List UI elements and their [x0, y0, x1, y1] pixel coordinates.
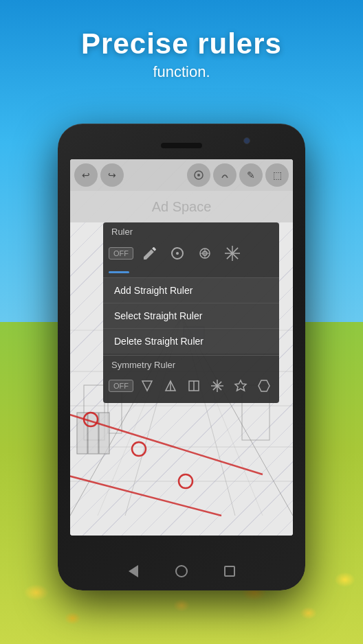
symmetry-section-title: Symmetry Ruler	[103, 355, 279, 373]
symmetry-off-button[interactable]: OFF	[109, 380, 133, 392]
nav-recent-button[interactable]	[223, 564, 236, 578]
symmetry-icons-row: OFF	[103, 373, 279, 403]
sym-icon-4[interactable]	[208, 376, 227, 396]
ad-space: Ad Space	[70, 191, 293, 222]
svg-point-20	[132, 442, 146, 456]
main-title: Precise rulers	[0, 27, 363, 60]
phone-body: ↩ ↪ ✎ ⬚ Ad Space	[58, 124, 305, 590]
nav-home-button[interactable]	[175, 564, 188, 578]
ruler-icon-circle[interactable]	[166, 242, 188, 264]
ruler-dropdown[interactable]: Ruler OFF	[103, 222, 279, 403]
home-icon	[175, 565, 188, 577]
svg-line-18	[70, 474, 221, 516]
svg-point-24	[197, 174, 200, 176]
ruler-off-button[interactable]: OFF	[109, 247, 133, 260]
select-straight-ruler-item[interactable]: Select Straight Ruler	[103, 303, 279, 328]
redo-button[interactable]: ↪	[100, 163, 124, 187]
tool-button-4[interactable]: ⬚	[265, 163, 289, 187]
delete-straight-ruler-item[interactable]: Delete Straight Ruler	[103, 328, 279, 354]
sym-icon-3[interactable]	[184, 376, 204, 396]
top-toolbar: ↩ ↪ ✎ ⬚	[70, 159, 293, 191]
ruler-icons-row: OFF	[103, 240, 279, 270]
phone-bottom-nav	[58, 564, 305, 578]
ruler-active-indicator	[109, 271, 129, 273]
sub-title: function.	[0, 63, 363, 81]
ruler-section-title: Ruler	[103, 222, 279, 240]
phone-wrapper: ↩ ↪ ✎ ⬚ Ad Space	[58, 124, 305, 590]
front-camera	[243, 137, 250, 144]
tool-button-1[interactable]	[187, 163, 210, 187]
sym-icon-5[interactable]	[231, 376, 250, 396]
speaker-grill	[161, 143, 202, 148]
ruler-icon-star[interactable]	[221, 242, 243, 264]
header-area: Precise rulers function.	[0, 27, 363, 81]
nav-back-button[interactable]	[126, 564, 140, 578]
sym-icon-1[interactable]	[138, 376, 157, 396]
sym-icon-2[interactable]	[161, 376, 180, 396]
undo-button[interactable]: ↩	[74, 163, 98, 187]
svg-rect-16	[99, 413, 109, 454]
svg-marker-44	[235, 380, 246, 391]
add-straight-ruler-item[interactable]: Add Straight Ruler	[103, 277, 279, 303]
ruler-icon-circles[interactable]	[194, 242, 216, 264]
svg-marker-45	[258, 380, 270, 391]
recent-icon	[224, 566, 235, 577]
svg-marker-35	[142, 381, 152, 391]
phone-screen: ↩ ↪ ✎ ⬚ Ad Space	[70, 159, 293, 536]
svg-point-26	[176, 252, 179, 255]
back-icon	[129, 565, 138, 577]
tool-button-3[interactable]: ✎	[239, 163, 263, 187]
screen-content: ↩ ↪ ✎ ⬚ Ad Space	[70, 159, 293, 536]
ad-text: Ad Space	[152, 199, 212, 215]
ruler-icon-pencil[interactable]	[139, 242, 161, 264]
sym-icon-6[interactable]	[254, 376, 274, 396]
tool-button-2[interactable]	[213, 163, 236, 187]
